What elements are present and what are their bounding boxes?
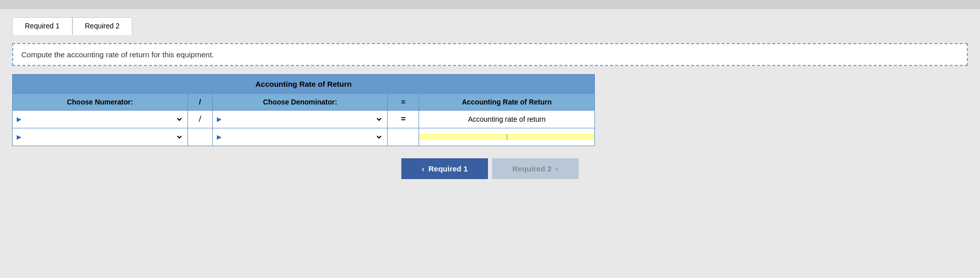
numerator-select-2[interactable] — [23, 131, 183, 143]
col-numerator-header: Choose Numerator: — [13, 94, 188, 111]
tab-required-2-label: Required 2 — [85, 22, 120, 30]
numerator-dropdown-1[interactable]: ▶ — [13, 111, 188, 128]
tab-required-1[interactable]: Required 1 — [12, 17, 72, 35]
table-container: Accounting Rate of Return Choose Numerat… — [12, 74, 595, 146]
instruction-text: Compute the accounting rate of return fo… — [21, 50, 214, 59]
numerator-dropdown-2[interactable]: ▶ — [13, 128, 188, 146]
denominator-dropdown-1[interactable]: ▶ — [212, 111, 388, 128]
tab-required-2[interactable]: Required 2 — [72, 17, 133, 35]
accounting-table: Accounting Rate of Return Choose Numerat… — [12, 74, 595, 146]
numerator-arrow-1: ▶ — [17, 116, 21, 123]
nav-buttons: ‹ Required 1 Required 2 › — [12, 158, 968, 179]
next-label: Required 2 — [512, 164, 552, 173]
numerator-arrow-2: ▶ — [17, 133, 21, 141]
denominator-select-1[interactable] — [223, 114, 384, 125]
next-button[interactable]: Required 2 › — [492, 158, 579, 179]
top-bar — [0, 0, 980, 9]
slash-cell-2 — [187, 128, 212, 146]
slash-cell-1: / — [187, 111, 212, 128]
prev-label: Required 1 — [428, 164, 468, 173]
result-cell-1: Accounting rate of return — [419, 111, 595, 128]
prev-arrow: ‹ — [422, 164, 424, 173]
col-result-header: Accounting Rate of Return — [419, 94, 595, 111]
table-title: Accounting Rate of Return — [13, 75, 595, 94]
col-denominator-header: Choose Denominator: — [212, 94, 388, 111]
equals-cell-1: = — [388, 111, 419, 128]
numerator-select-1[interactable] — [23, 114, 183, 125]
col-equals-header: = — [388, 94, 419, 111]
data-row-2: ▶ ▶ — [13, 128, 595, 146]
tabs: Required 1 Required 2 — [12, 17, 968, 35]
denominator-arrow-2: ▶ — [217, 133, 221, 141]
prev-button[interactable]: ‹ Required 1 — [401, 158, 488, 179]
tab-required-1-label: Required 1 — [25, 22, 60, 30]
denominator-select-2[interactable] — [223, 131, 384, 143]
main-content: Required 1 Required 2 Compute the accoun… — [0, 9, 980, 191]
result-row-2 — [419, 128, 595, 146]
data-row-1: ▶ / ▶ — [13, 111, 595, 128]
col-headers-row: Choose Numerator: / Choose Denominator: … — [13, 94, 595, 111]
instruction-box: Compute the accounting rate of return fo… — [12, 43, 968, 66]
yellow-cell-2 — [507, 134, 594, 140]
yellow-cell-1 — [419, 134, 507, 140]
col-slash-header: / — [187, 94, 212, 111]
table-header-row: Accounting Rate of Return — [13, 75, 595, 94]
denominator-dropdown-2[interactable]: ▶ — [212, 128, 388, 146]
empty-equals-2 — [388, 128, 419, 146]
denominator-arrow-1: ▶ — [217, 116, 221, 123]
next-arrow: › — [556, 164, 558, 173]
